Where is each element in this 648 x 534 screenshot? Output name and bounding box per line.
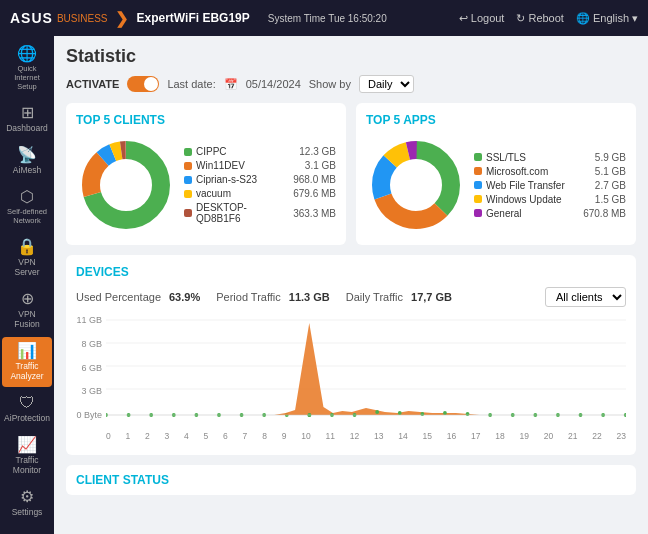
header: ASUS BUSINESS ❯ ExpertWiFi EBG19P System… — [0, 0, 648, 36]
devices-card: DEVICES Used Percentage 63.9% Period Tra… — [66, 255, 636, 455]
vpn-server-icon: 🔒 — [17, 239, 37, 255]
legend-item: CIPPC 12.3 GB — [184, 146, 336, 157]
period-traffic-stat: Period Traffic 11.3 GB — [216, 291, 330, 303]
chevron-icon: ❯ — [115, 9, 128, 28]
devices-stats: Used Percentage 63.9% Period Traffic 11.… — [76, 287, 626, 307]
system-time: System Time Tue 16:50:20 — [268, 13, 387, 24]
reboot-icon: ↻ — [516, 12, 525, 25]
last-date-label: Last date: — [167, 78, 215, 90]
logout-icon: ↩ — [459, 12, 468, 25]
svg-point-5 — [104, 163, 148, 207]
all-clients-select[interactable]: All clients — [545, 287, 626, 307]
sidebar-item-aiprotection[interactable]: 🛡 AiProtection — [2, 389, 52, 429]
legend-dot — [474, 181, 482, 189]
sidebar-item-aimesh[interactable]: 📡 AiMesh — [2, 141, 52, 181]
top5-clients-donut-section: CIPPC 12.3 GB Win11DEV 3.1 GB Ciprian-s-… — [76, 135, 336, 235]
legend-item: SSL/TLS 5.9 GB — [474, 152, 626, 163]
legend-item: Win11DEV 3.1 GB — [184, 160, 336, 171]
devices-title: DEVICES — [76, 265, 626, 279]
activate-toggle[interactable] — [127, 76, 159, 92]
svg-point-33 — [420, 412, 424, 416]
legend-dot — [184, 190, 192, 198]
top-bar: ACTIVATE Last date: 📅 05/14/2024 Show by… — [66, 75, 636, 93]
top5-clients-title: TOP 5 CLIENTS — [76, 113, 336, 127]
apps-donut-chart — [366, 135, 466, 235]
legend-dot — [474, 167, 482, 175]
svg-point-31 — [375, 410, 379, 414]
sidebar-item-traffic-analyzer[interactable]: 📊 Traffic Analyzer — [2, 337, 52, 387]
globe-icon: 🌐 — [576, 12, 590, 25]
client-status-card: CLIENT STATUS — [66, 465, 636, 495]
top5-apps-title: TOP 5 APPS — [366, 113, 626, 127]
legend-dot — [184, 162, 192, 170]
legend-dot — [474, 153, 482, 161]
product-name: ExpertWiFi EBG19P — [136, 11, 249, 25]
svg-point-32 — [398, 411, 402, 415]
activate-label: ACTIVATE — [66, 78, 119, 90]
cards-row: TOP 5 CLIENTS — [66, 103, 636, 245]
svg-point-11 — [394, 163, 438, 207]
business-label: BUSINESS — [57, 13, 108, 24]
legend-item: Microsoft.com 5.1 GB — [474, 166, 626, 177]
apps-legend: SSL/TLS 5.9 GB Microsoft.com 5.1 GB Web … — [474, 152, 626, 219]
quick-internet-icon: 🌐 — [17, 46, 37, 62]
toggle-knob — [144, 77, 158, 91]
legend-dot — [474, 209, 482, 217]
sidebar-item-vpn-fusion[interactable]: ⊕ VPN Fusion — [2, 285, 52, 335]
used-percentage-stat: Used Percentage 63.9% — [76, 291, 200, 303]
asus-logo: ASUS — [10, 10, 53, 26]
sidebar-item-dashboard[interactable]: ⊞ Dashboard — [2, 99, 52, 139]
svg-point-34 — [443, 411, 447, 415]
legend-item: General 670.8 MB — [474, 208, 626, 219]
sidebar-item-settings[interactable]: ⚙ Settings — [2, 483, 52, 523]
legend-item: DESKTOP-QD8B1F6 363.3 MB — [184, 202, 336, 224]
svg-marker-27 — [264, 323, 626, 415]
reboot-button[interactable]: ↻ Reboot — [516, 12, 563, 25]
legend-dot — [474, 195, 482, 203]
traffic-chart — [106, 315, 626, 430]
top5-apps-card: TOP 5 APPS — [356, 103, 636, 245]
top5-clients-card: TOP 5 CLIENTS — [66, 103, 346, 245]
clients-donut-chart — [76, 135, 176, 235]
daily-traffic-stat: Daily Traffic 17,7 GB — [346, 291, 452, 303]
legend-dot — [184, 148, 192, 156]
sidebar-item-vpn-server[interactable]: 🔒 VPN Server — [2, 233, 52, 283]
vpn-fusion-icon: ⊕ — [21, 291, 34, 307]
calendar-icon: 📅 — [224, 78, 238, 91]
legend-item: vacuum 679.6 MB — [184, 188, 336, 199]
legend-dot — [184, 209, 192, 217]
traffic-analyzer-icon: 📊 — [17, 343, 37, 359]
legend-item: Web File Transfer 2.7 GB — [474, 180, 626, 191]
show-by-select[interactable]: Daily — [359, 75, 414, 93]
show-by-label: Show by — [309, 78, 351, 90]
last-date-value: 05/14/2024 — [246, 78, 301, 90]
header-actions: ↩ Logout ↻ Reboot 🌐 English ▾ — [459, 12, 638, 25]
top5-apps-donut-section: SSL/TLS 5.9 GB Microsoft.com 5.1 GB Web … — [366, 135, 626, 235]
legend-item: Windows Update 1.5 GB — [474, 194, 626, 205]
x-axis-labels: 0 1 2 3 4 5 6 7 8 9 10 11 12 13 14 15 16 — [76, 431, 626, 441]
logo: ASUS BUSINESS ❯ ExpertWiFi EBG19P — [10, 9, 250, 28]
chart-area: 11 GB 8 GB 6 GB 3 GB 0 Byte — [76, 315, 626, 445]
sidebar-item-traffic-monitor[interactable]: 📈 Traffic Monitor — [2, 431, 52, 481]
logout-button[interactable]: ↩ Logout — [459, 12, 505, 25]
svg-point-35 — [466, 412, 470, 416]
sidebar: 🌐 Quick Internet Setup ⊞ Dashboard 📡 AiM… — [0, 36, 54, 534]
aiprotection-icon: 🛡 — [19, 395, 35, 411]
traffic-monitor-icon: 📈 — [17, 437, 37, 453]
clients-legend: CIPPC 12.3 GB Win11DEV 3.1 GB Ciprian-s-… — [184, 146, 336, 224]
main-content: Statistic ACTIVATE Last date: 📅 05/14/20… — [54, 36, 648, 534]
legend-item: Ciprian-s-S23 968.0 MB — [184, 174, 336, 185]
sidebar-item-self-defined[interactable]: ⬡ Self-defined Network — [2, 183, 52, 231]
client-status-title: CLIENT STATUS — [76, 473, 626, 487]
aimesh-icon: 📡 — [17, 147, 37, 163]
chevron-down-icon: ▾ — [632, 12, 638, 25]
dashboard-icon: ⊞ — [21, 105, 34, 121]
page-title: Statistic — [66, 46, 636, 67]
layout: 🌐 Quick Internet Setup ⊞ Dashboard 📡 AiM… — [0, 36, 648, 534]
self-defined-icon: ⬡ — [20, 189, 34, 205]
sidebar-item-quick-internet[interactable]: 🌐 Quick Internet Setup — [2, 40, 52, 97]
language-button[interactable]: 🌐 English ▾ — [576, 12, 638, 25]
settings-icon: ⚙ — [20, 489, 34, 505]
legend-dot — [184, 176, 192, 184]
